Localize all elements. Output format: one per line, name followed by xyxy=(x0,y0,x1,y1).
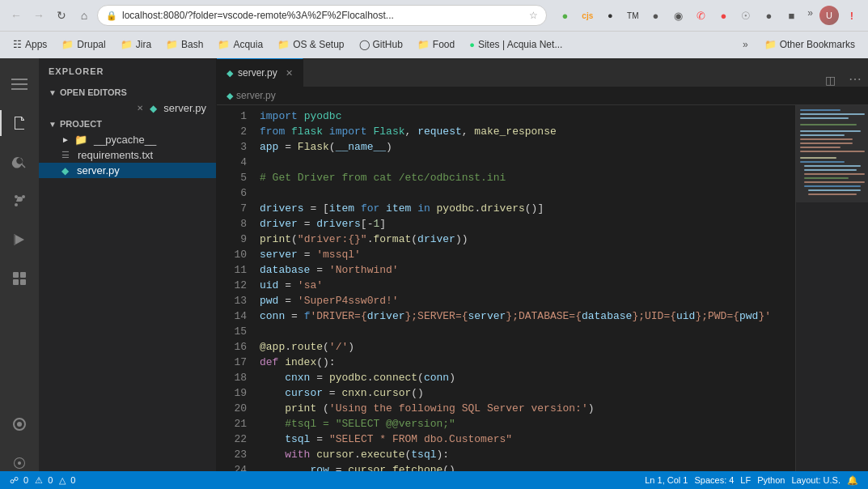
bookmark-drupal[interactable]: 📁 Drupal xyxy=(55,37,112,52)
activity-run-icon[interactable] xyxy=(0,220,39,259)
alert-icon[interactable]: ! xyxy=(842,6,862,25)
svg-rect-9 xyxy=(20,279,26,285)
tab-filename: server.py xyxy=(238,67,277,79)
git-branch-icon: ☍ xyxy=(10,475,19,486)
ext-icon6[interactable]: ● xyxy=(759,6,778,25)
browser-actions: ● cjs ● TM ● ◉ ✆ ● ☉ ● ■ » U ! xyxy=(555,6,862,25)
tree-requirements[interactable]: ☰ requirements.txt xyxy=(39,147,216,163)
ext-icon3[interactable]: ● xyxy=(646,6,665,25)
ext-cjs[interactable]: cjs xyxy=(578,6,597,25)
svg-rect-0 xyxy=(11,79,28,80)
drupal-bookmark-icon: 📁 xyxy=(61,39,74,50)
browser-chrome: ← → ↻ ⌂ 🔒 localhost:8080/?folder=vscode-… xyxy=(0,0,868,58)
more-bookmarks-button[interactable]: » xyxy=(736,37,755,52)
open-editors-section[interactable]: ▼ OPEN EDITORS xyxy=(39,84,216,100)
language-text: Python xyxy=(757,475,785,485)
tab-close-icon[interactable]: ✕ xyxy=(286,68,293,79)
bookmark-sites-acquia[interactable]: ● Sites | Acquia Net... xyxy=(463,37,569,52)
svg-rect-8 xyxy=(13,279,19,285)
tab-server-py[interactable]: ◆ server.py ✕ xyxy=(217,58,303,87)
svg-rect-7 xyxy=(20,272,26,278)
sites-acquia-icon: ● xyxy=(469,40,475,49)
code-area: 1234 5678 9101112 13141516 17181920 2122… xyxy=(217,105,868,489)
layout-status[interactable]: Layout: U.S. xyxy=(788,475,844,486)
tree-server-py[interactable]: ◆ server.py xyxy=(39,163,216,178)
bookmark-apps[interactable]: ☷ Apps xyxy=(6,37,53,52)
bell-status[interactable]: 🔔 xyxy=(844,475,862,486)
folder-icon: 📁 xyxy=(74,134,87,146)
breadcrumb-filename[interactable]: server.py xyxy=(236,90,276,101)
bookmark-food[interactable]: 📁 Food xyxy=(411,37,461,52)
star-icon[interactable]: ☆ xyxy=(529,10,538,21)
bookmarks-bar: ☷ Apps 📁 Drupal 📁 Jira 📁 Bash 📁 Acquia 📁… xyxy=(0,31,868,57)
cursor-position[interactable]: Ln 1, Col 1 xyxy=(641,475,691,486)
more-actions-button[interactable]: ⋯ xyxy=(842,71,868,87)
open-editor-filename: server.py xyxy=(163,102,206,114)
spaces-status[interactable]: Spaces: 4 xyxy=(691,475,737,486)
activity-bar xyxy=(0,58,39,489)
error-status[interactable]: ⚠ 0 △ 0 xyxy=(32,475,78,486)
bookmark-apps-label: Apps xyxy=(25,39,47,50)
bookmark-acquia-label: Acquia xyxy=(233,39,263,50)
activity-remote-icon[interactable] xyxy=(0,405,39,444)
status-right: Ln 1, Col 1 Spaces: 4 LF Python Layout: … xyxy=(641,475,862,486)
svg-rect-2 xyxy=(11,88,28,90)
bookmark-jira[interactable]: 📁 Jira xyxy=(114,37,158,52)
bookmark-os-setup[interactable]: 📁 OS & Setup xyxy=(271,37,350,52)
bookmark-drupal-label: Drupal xyxy=(77,39,105,50)
bookmark-other[interactable]: 📁 Other Bookmarks xyxy=(758,37,862,52)
ext-icon4[interactable]: ◉ xyxy=(668,6,688,25)
close-icon[interactable]: ✕ xyxy=(137,104,143,113)
browser-toolbar: ← → ↻ ⌂ 🔒 localhost:8080/?folder=vscode-… xyxy=(0,0,868,31)
error-icon: ⚠ xyxy=(35,475,43,486)
activity-menu-icon[interactable] xyxy=(0,65,39,104)
ext-icon1[interactable]: ● xyxy=(600,6,620,25)
language-status[interactable]: Python xyxy=(754,475,788,486)
activity-extensions-icon[interactable] xyxy=(0,259,39,298)
forward-button[interactable]: → xyxy=(29,6,49,25)
tab-python-icon: ◆ xyxy=(227,68,233,79)
activity-explorer-icon[interactable] xyxy=(0,104,39,142)
warning-count: 0 xyxy=(70,475,75,485)
bookmark-ossetup-label: OS & Setup xyxy=(293,39,344,50)
split-editor-button[interactable]: ◫ xyxy=(819,74,842,87)
tree-pycache[interactable]: ► 📁 __pycache__ xyxy=(39,132,216,147)
git-status[interactable]: ☍ 0 xyxy=(6,475,32,486)
bookmark-other-label: Other Bookmarks xyxy=(780,39,855,50)
code-editor[interactable]: 1234 5678 9101112 13141516 17181920 2122… xyxy=(217,105,795,489)
phone-icon[interactable]: ✆ xyxy=(691,6,710,25)
ext-chrome[interactable]: ☉ xyxy=(736,6,756,25)
food-bookmark-icon: 📁 xyxy=(417,39,430,50)
github-bookmark-icon: ◯ xyxy=(359,39,370,50)
ext-icon2[interactable]: TM xyxy=(623,6,642,25)
open-editors-chevron: ▼ xyxy=(49,88,57,97)
ext-icon5[interactable]: ● xyxy=(713,6,733,25)
vscode-window: EXPLORER ▼ OPEN EDITORS ✕ ◆ server.py ▼ … xyxy=(0,58,868,489)
bookmark-github[interactable]: ◯ GitHub xyxy=(353,37,409,52)
ext-evernote[interactable]: ● xyxy=(555,6,574,25)
ossetup-bookmark-icon: 📁 xyxy=(277,39,290,50)
svg-point-5 xyxy=(22,195,25,198)
open-editor-server-py[interactable]: ✕ ◆ server.py xyxy=(39,100,216,116)
project-label: PROJECT xyxy=(60,119,102,129)
back-button[interactable]: ← xyxy=(6,6,26,25)
project-section[interactable]: ▼ PROJECT xyxy=(39,116,216,132)
reload-button[interactable]: ↻ xyxy=(52,6,71,25)
ext-icon7[interactable]: ■ xyxy=(781,6,801,25)
bookmark-github-label: GitHub xyxy=(373,39,403,50)
bookmark-bash-label: Bash xyxy=(181,39,203,50)
home-button[interactable]: ⌂ xyxy=(74,6,94,25)
bookmark-acquia[interactable]: 📁 Acquia xyxy=(211,37,269,52)
triangle-icon: △ xyxy=(59,475,66,486)
svg-point-3 xyxy=(15,195,18,198)
encoding-status[interactable]: LF xyxy=(737,475,754,486)
code-content[interactable]: import pyodbc from flask import Flask, r… xyxy=(253,105,795,489)
bookmark-bash[interactable]: 📁 Bash xyxy=(159,37,210,52)
activity-git-icon[interactable] xyxy=(0,181,39,220)
address-bar[interactable]: 🔒 localhost:8080/?folder=vscode-remote%3… xyxy=(97,5,547,26)
bell-icon: 🔔 xyxy=(847,475,858,486)
activity-search-icon[interactable] xyxy=(0,142,39,181)
profile-picture[interactable]: U xyxy=(819,6,839,25)
other-bookmarks-icon: 📁 xyxy=(764,39,777,50)
more-extensions[interactable]: » xyxy=(804,6,816,25)
